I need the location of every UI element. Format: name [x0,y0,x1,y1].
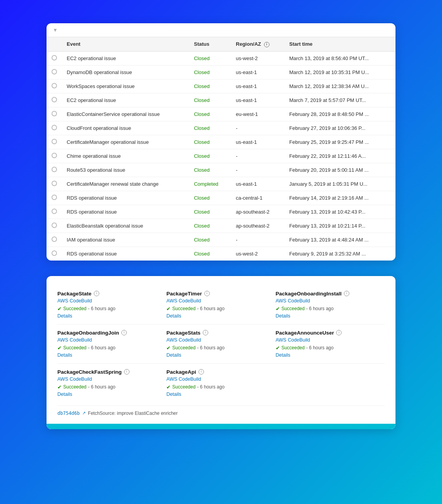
row-radio[interactable] [52,195,57,200]
row-radio[interactable] [52,153,57,158]
table-row[interactable]: RDS operational issue Closed ca-central-… [47,191,395,205]
row-starttime: February 28, 2019 at 8:48:50 PM ... [285,107,395,121]
row-select-cell[interactable] [47,121,62,135]
package-info-icon[interactable]: i [121,330,127,335]
row-starttime: January 5, 2019 at 1:05:31 PM U... [285,177,395,191]
row-radio[interactable] [52,139,57,144]
package-provider[interactable]: AWS CodeBuild [276,298,385,304]
package-provider[interactable]: AWS CodeBuild [57,337,160,343]
row-select-cell[interactable] [47,163,62,177]
package-details-link[interactable]: Details [57,392,160,397]
table-row[interactable]: CloudFront operational issue Closed - Fe… [47,121,395,135]
package-provider[interactable]: AWS CodeBuild [57,298,160,304]
row-radio[interactable] [52,55,57,60]
table-row[interactable]: Route53 operational issue Closed - Febru… [47,163,395,177]
package-status-row: ✔ Succeeded - 6 hours ago [276,306,385,312]
package-status-text: Succeeded [63,306,86,311]
package-info-icon[interactable]: i [344,291,349,296]
filter-bar[interactable]: ▼ [47,23,395,37]
package-details-link[interactable]: Details [57,313,160,319]
package-info-icon[interactable]: i [124,369,129,375]
row-select-cell[interactable] [47,93,62,107]
row-radio[interactable] [52,209,57,214]
table-row[interactable]: WorkSpaces operational issue Closed us-e… [47,79,395,93]
package-details-link[interactable]: Details [276,352,385,358]
row-radio[interactable] [52,83,57,88]
package-provider[interactable]: AWS CodeBuild [166,376,269,382]
commit-link-icon: ↗ [82,411,86,416]
package-details-link[interactable]: Details [166,313,269,319]
package-provider[interactable]: AWS CodeBuild [166,337,269,343]
package-details-link[interactable]: Details [276,313,385,319]
bottom-bar [47,424,395,429]
package-info-icon[interactable]: i [204,291,210,296]
row-status: Closed [189,51,231,65]
table-row[interactable]: IAM operational issue Closed - February … [47,233,395,247]
table-row[interactable]: Chime operational issue Closed - Februar… [47,149,395,163]
package-item: PackageOnboardingJoin i AWS CodeBuild ✔ … [57,324,166,364]
package-provider[interactable]: AWS CodeBuild [57,376,160,382]
row-select-cell[interactable] [47,219,62,233]
row-radio[interactable] [52,97,57,102]
commit-hash[interactable]: db754d6b [57,411,80,416]
row-event: EC2 operational issue [62,51,189,65]
row-select-cell[interactable] [47,177,62,191]
row-radio[interactable] [52,223,57,228]
table-row[interactable]: RDS operational issue Closed us-west-2 F… [47,247,395,261]
row-select-cell[interactable] [47,191,62,205]
package-info-icon[interactable]: i [203,330,208,335]
row-select-cell[interactable] [47,79,62,93]
package-status-row: ✔ Succeeded - 6 hours ago [57,384,160,390]
package-status-row: ✔ Succeeded - 6 hours ago [166,384,269,390]
region-info-icon[interactable]: i [264,42,269,47]
success-icon: ✔ [57,384,62,390]
package-details-link[interactable]: Details [166,392,269,397]
table-row[interactable]: EC2 operational issue Closed us-east-1 M… [47,93,395,107]
row-region: us-east-1 [231,93,285,107]
table-row[interactable]: ElasticContainerService operational issu… [47,107,395,121]
success-icon: ✔ [57,306,62,312]
row-select-cell[interactable] [47,65,62,79]
row-status: Closed [189,107,231,121]
row-select-cell[interactable] [47,135,62,149]
package-provider[interactable]: AWS CodeBuild [166,298,269,304]
row-select-cell[interactable] [47,51,62,65]
row-radio[interactable] [52,250,57,256]
package-item: PackageAnnounceUser i AWS CodeBuild ✔ Su… [276,324,385,364]
row-event: CertificateManager operational issue [62,135,189,149]
package-provider[interactable]: AWS CodeBuild [276,337,385,343]
package-info-icon[interactable]: i [199,369,204,375]
row-radio[interactable] [52,125,57,130]
table-header-row: Event Status Region/AZ i Start time [47,37,395,51]
table-row[interactable]: RDS operational issue Closed ap-southeas… [47,205,395,219]
success-icon: ✔ [57,345,62,351]
commit-message: FetchSource: improve ElastiCache enriche… [88,411,178,416]
package-time: - 6 hours ago [197,306,224,311]
row-select-cell[interactable] [47,149,62,163]
row-select-cell[interactable] [47,247,62,261]
row-radio[interactable] [52,181,57,186]
row-starttime: March 12, 2019 at 10:35:31 PM U... [285,65,395,79]
table-row[interactable]: DynamoDB operational issue Closed us-eas… [47,65,395,79]
row-starttime: March 13, 2019 at 8:56:40 PM UT... [285,51,395,65]
table-row[interactable]: CertificateManager operational issue Clo… [47,135,395,149]
table-row[interactable]: CertificateManager renewal state change … [47,177,395,191]
row-select-cell[interactable] [47,107,62,121]
package-info-icon[interactable]: i [336,330,342,335]
row-select-cell[interactable] [47,233,62,247]
row-event: Route53 operational issue [62,163,189,177]
package-info-icon[interactable]: i [94,291,99,296]
row-event: WorkSpaces operational issue [62,79,189,93]
row-radio[interactable] [52,69,57,74]
row-event: CertificateManager renewal state change [62,177,189,191]
row-select-cell[interactable] [47,205,62,219]
row-event: IAM operational issue [62,233,189,247]
row-radio[interactable] [52,167,57,172]
package-details-link[interactable]: Details [166,352,269,358]
table-row[interactable]: EC2 operational issue Closed us-west-2 M… [47,51,395,65]
row-radio[interactable] [52,236,57,242]
package-time: - 6 hours ago [88,345,116,350]
row-radio[interactable] [52,111,57,116]
package-details-link[interactable]: Details [57,352,160,358]
table-row[interactable]: ElasticBeanstalk operational issue Close… [47,219,395,233]
